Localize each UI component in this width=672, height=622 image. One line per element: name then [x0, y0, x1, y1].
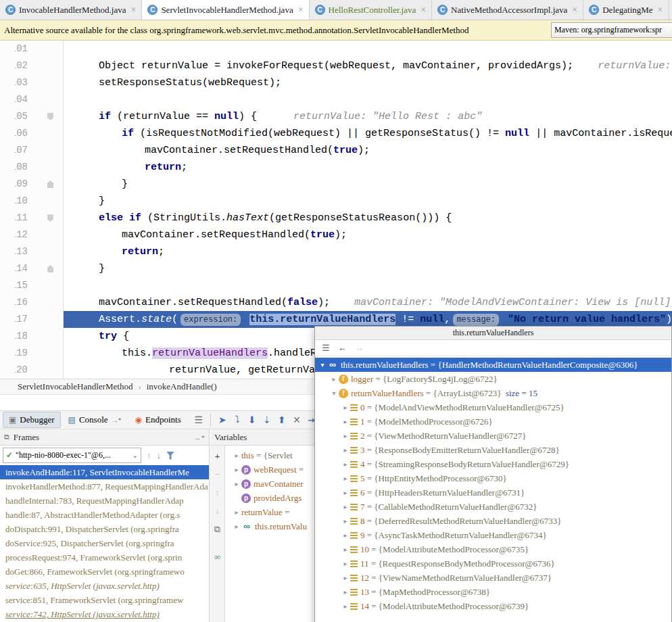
editor-tab[interactable]: CServletInvocableHandlerMethod.java×: [142, 0, 309, 20]
variable-row[interactable]: ▸10 = {ModelAttributeMethodProcessor@673…: [315, 542, 671, 556]
drop-frame-icon[interactable]: ✕: [289, 414, 304, 426]
code-line[interactable]: 115: [0, 277, 672, 294]
chevron-right-icon[interactable]: ▸: [341, 457, 350, 471]
frame-row[interactable]: service:851, FrameworkServlet (org.sprin…: [0, 593, 209, 607]
copy-icon[interactable]: ⧉: [214, 524, 220, 535]
chevron-right-icon[interactable]: ▸: [341, 556, 350, 571]
code-line[interactable]: 101: [0, 41, 672, 57]
variable-row[interactable]: ▸2 = {ViewMethodReturnValueHandler@6727}: [315, 429, 671, 443]
close-icon[interactable]: ×: [658, 5, 663, 16]
chevron-right-icon[interactable]: ▸: [341, 485, 350, 500]
chevron-right-icon[interactable]: ▸: [329, 372, 339, 386]
code-line[interactable]: 112mavContainer.setRequestHandled(true);: [0, 226, 672, 243]
code-line[interactable]: 114}: [0, 260, 672, 277]
chevron-right-icon[interactable]: ▸: [232, 505, 241, 519]
thread-selector[interactable]: ✓ "http-nio-8080-exec-1"@6,... ⌄: [3, 448, 141, 463]
view-options-icon[interactable]: ☰: [322, 343, 330, 354]
close-icon[interactable]: ×: [298, 5, 304, 16]
code-line[interactable]: 109}: [0, 176, 672, 193]
fold-flag-icon[interactable]: [47, 113, 53, 120]
watches-icon[interactable]: ∞: [214, 552, 220, 563]
variable-row[interactable]: ▸4 = {StreamingResponseBodyReturnValueHa…: [315, 457, 671, 471]
chevron-right-icon[interactable]: ▸: [232, 519, 241, 533]
chevron-right-icon[interactable]: ▸: [341, 514, 350, 528]
frame-row[interactable]: handle:87, AbstractHandlerMethodAdapter …: [0, 508, 209, 522]
frame-row[interactable]: invokeAndHandle:117, ServletInvocableHan…: [0, 465, 209, 479]
close-icon[interactable]: ×: [130, 5, 136, 16]
tab-debugger[interactable]: ▣Debugger: [3, 412, 61, 428]
variable-row[interactable]: ▸flogger = {LogFactory$Log4jLog@6722}: [315, 372, 671, 386]
variable-row[interactable]: ▸0 = {ModelAndViewMethodReturnValueHandl…: [315, 400, 671, 414]
fold-flag-icon[interactable]: [47, 214, 53, 222]
chevron-right-icon[interactable]: ▸: [341, 443, 350, 457]
variable-row[interactable]: ▸6 = {HttpHeadersReturnValueHandler@6731…: [315, 485, 671, 500]
forward-icon[interactable]: →: [355, 343, 364, 354]
editor-tab[interactable]: CHelloRestController.java×: [310, 0, 433, 20]
chevron-down-icon[interactable]: ▾: [318, 358, 327, 372]
tab-console[interactable]: ▤Console→*: [62, 412, 128, 428]
chevron-right-icon[interactable]: ▸: [341, 571, 350, 585]
variable-row[interactable]: ▸3 = {ResponseBodyEmitterReturnValueHand…: [315, 443, 671, 457]
frame-row[interactable]: processRequest:974, FrameworkServlet (or…: [0, 550, 209, 565]
close-icon[interactable]: ×: [421, 5, 426, 16]
chevron-right-icon[interactable]: ▸: [341, 585, 350, 599]
add-watch-icon[interactable]: +: [215, 451, 220, 462]
remove-watch-icon[interactable]: −: [215, 469, 220, 480]
code-line[interactable]: 104: [0, 91, 672, 108]
chevron-right-icon[interactable]: ▸: [341, 500, 350, 514]
step-over-icon[interactable]: ⤵: [230, 414, 245, 425]
frame-row[interactable]: handleInternal:783, RequestMappingHandle…: [0, 494, 209, 508]
code-line[interactable]: 113return;: [0, 243, 672, 260]
fold-flag-icon[interactable]: [47, 181, 53, 188]
move-down-icon[interactable]: ↓: [215, 506, 220, 517]
fold-flag-icon[interactable]: [47, 265, 53, 272]
variable-row[interactable]: ▸11 = {RequestResponseBodyMethodProcesso…: [315, 556, 671, 571]
close-icon[interactable]: ×: [572, 5, 577, 16]
prev-frame-icon[interactable]: ↑: [147, 450, 151, 461]
code-line[interactable]: 103setResponseStatus(webRequest);: [0, 74, 672, 91]
variable-row[interactable]: ▸14 = {ModelAttributeMethodProcessor@673…: [315, 599, 671, 613]
chevron-right-icon[interactable]: ▸: [232, 477, 241, 491]
editor-tab[interactable]: CInvocableHandlerMethod.java×: [0, 0, 142, 20]
editor-tab[interactable]: CDelegatingMe×: [583, 0, 669, 20]
restore-layout-icon[interactable]: ☰: [191, 414, 206, 426]
chevron-right-icon[interactable]: ▸: [341, 400, 350, 414]
editor-tab[interactable]: CNativeMethodAccessorImpl.java×: [432, 0, 583, 20]
frame-row[interactable]: doService:925, DispatcherServlet (org.sp…: [0, 536, 209, 550]
chevron-right-icon[interactable]: ▸: [341, 542, 350, 556]
chevron-right-icon[interactable]: ▸: [341, 599, 350, 613]
frames-pin-icon[interactable]: →*: [194, 433, 206, 441]
chevron-down-icon[interactable]: ▾: [329, 386, 339, 400]
popup-title[interactable]: this.returnValueHandlers: [315, 327, 671, 340]
chevron-right-icon[interactable]: ▸: [341, 471, 350, 485]
move-up-icon[interactable]: ↑: [215, 487, 220, 498]
step-into-icon[interactable]: ⬇: [245, 414, 260, 426]
breadcrumb-class[interactable]: ServletInvocableHandlerMethod: [18, 381, 133, 392]
code-line[interactable]: 107mavContainer.setRequestHandled(true);: [0, 142, 672, 159]
force-step-into-icon[interactable]: ⇣: [260, 414, 274, 426]
code-line[interactable]: 106if (isRequestNotModified(webRequest) …: [0, 125, 672, 142]
chevron-right-icon[interactable]: ▸: [232, 462, 241, 477]
variable-row[interactable]: ▾freturnValueHandlers = {ArrayList@6723}…: [315, 386, 671, 400]
variable-row[interactable]: ▸8 = {DeferredResultMethodReturnValueHan…: [315, 514, 671, 528]
variable-row[interactable]: ▸9 = {AsyncTaskMethodReturnValueHandler@…: [315, 528, 671, 542]
show-execution-point-icon[interactable]: ➤: [215, 414, 230, 426]
frame-row[interactable]: service:635, HttpServlet (javax.servlet.…: [0, 579, 209, 593]
code-line[interactable]: 108return;: [0, 159, 672, 176]
step-out-icon[interactable]: ⬆: [274, 414, 289, 426]
code-line[interactable]: 105if (returnValue == null) { returnValu…: [0, 108, 672, 125]
code-line[interactable]: 116mavContainer.setRequestHandled(false)…: [0, 294, 672, 311]
code-line[interactable]: 102Object returnValue = invokeForRequest…: [0, 57, 672, 74]
chevron-right-icon[interactable]: ▸: [341, 429, 350, 443]
code-line[interactable]: 111else if (StringUtils.hasText(getRespo…: [0, 210, 672, 226]
hide-library-frames-icon[interactable]: [166, 452, 174, 460]
tab-endpoints[interactable]: ◉Endpoints: [129, 412, 187, 428]
chevron-right-icon[interactable]: ▸: [341, 414, 350, 429]
variable-row[interactable]: ▸7 = {CallableMethodReturnValueHandler@6…: [315, 500, 671, 514]
frame-row[interactable]: doDispatch:991, DispatcherServlet (org.s…: [0, 522, 209, 536]
variable-row[interactable]: ▸5 = {HttpEntityMethodProcessor@6730}: [315, 471, 671, 485]
chevron-right-icon[interactable]: ▸: [232, 448, 241, 462]
frame-row[interactable]: invokeHandlerMethod:877, RequestMappingH…: [0, 479, 209, 494]
variable-row[interactable]: ▾∞this.returnValueHandlers = {HandlerMet…: [315, 358, 671, 372]
variable-row[interactable]: ▸13 = {MapMethodProcessor@6738}: [315, 585, 671, 599]
